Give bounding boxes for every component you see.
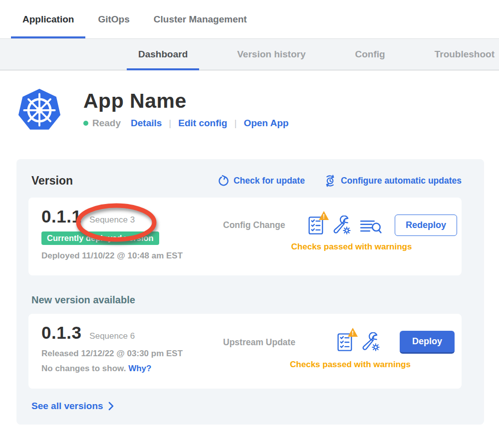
status-badge: Ready <box>92 118 121 129</box>
clock-refresh-icon <box>324 175 336 187</box>
current-version-number: 0.1.1 <box>41 207 81 226</box>
refresh-icon <box>218 175 229 187</box>
released-timestamp: Released 12/12/22 @ 03:30 pm EST <box>41 349 206 359</box>
see-all-versions-label: See all versions <box>31 401 103 412</box>
warning-triangle-icon: ! <box>347 327 358 337</box>
tab-application[interactable]: Application <box>11 0 85 38</box>
status-dot <box>83 121 88 126</box>
svg-text:!: ! <box>352 330 354 337</box>
deployed-timestamp: Deployed 11/10/22 @ 10:48 am EST <box>41 251 206 261</box>
edit-config-link[interactable]: Edit config <box>178 118 227 129</box>
svg-text:!: ! <box>323 213 325 220</box>
tab-dashboard[interactable]: Dashboard <box>127 39 199 70</box>
app-sub-nav: Dashboard Version history Config Trouble… <box>0 38 499 70</box>
divider: | <box>169 118 171 129</box>
available-version-number: 0.1.3 <box>41 323 81 343</box>
details-link[interactable]: Details <box>131 118 162 129</box>
divider: | <box>234 118 237 129</box>
preflight-status-text: Checks passed with warnings <box>290 360 411 370</box>
preflight-checks-icon[interactable]: ! <box>337 332 354 352</box>
preflight-status-text: Checks passed with warnings <box>291 242 412 252</box>
current-sequence-label: Sequence 3 <box>89 215 135 225</box>
check-for-update-button[interactable]: Check for update <box>218 175 305 187</box>
available-sequence-label: Sequence 6 <box>89 331 135 341</box>
deploy-button[interactable]: Deploy <box>400 331 455 354</box>
check-for-update-label: Check for update <box>234 176 305 186</box>
current-version-card: 0.1.1 Sequence 3 Currently deployed vers… <box>28 198 462 275</box>
tab-version-history[interactable]: Version history <box>226 39 317 70</box>
see-all-versions-link[interactable]: See all versions <box>31 401 114 412</box>
primary-nav: Application GitOps Cluster Management <box>0 0 499 38</box>
chevron-right-icon <box>107 402 114 411</box>
warning-triangle-icon: ! <box>318 211 329 221</box>
no-changes-text: No changes to show. <box>41 364 126 373</box>
tab-cluster-management[interactable]: Cluster Management <box>142 0 258 38</box>
configure-automatic-updates-button[interactable]: Configure automatic updates <box>324 175 462 187</box>
version-source-label: Upstream Update <box>223 337 308 348</box>
why-link[interactable]: Why? <box>128 364 151 373</box>
kubernetes-logo <box>16 87 62 133</box>
edit-config-icon[interactable] <box>362 332 381 352</box>
tab-troubleshoot[interactable]: Troubleshoot <box>423 39 499 70</box>
open-app-link[interactable]: Open App <box>244 118 288 129</box>
configure-automatic-updates-label: Configure automatic updates <box>341 176 462 186</box>
new-version-heading: New version available <box>31 294 462 306</box>
app-header: App Name Ready Details | Edit config | O… <box>16 87 499 133</box>
page-title: App Name <box>83 89 288 113</box>
redeploy-button[interactable]: Redeploy <box>395 215 457 236</box>
preflight-checks-icon[interactable]: ! <box>308 216 325 235</box>
available-version-card: 0.1.3 Sequence 6 Released 12/12/22 @ 03:… <box>28 314 462 389</box>
view-files-icon[interactable] <box>360 217 382 234</box>
edit-config-icon[interactable] <box>333 216 352 235</box>
currently-deployed-badge: Currently deployed version <box>41 231 159 245</box>
version-panel-title: Version <box>31 174 73 188</box>
version-source-label: Config Change <box>223 220 308 230</box>
tab-gitops[interactable]: GitOps <box>86 0 141 38</box>
version-panel: Version Check for update Configure <box>16 159 484 425</box>
tab-config[interactable]: Config <box>344 39 397 70</box>
